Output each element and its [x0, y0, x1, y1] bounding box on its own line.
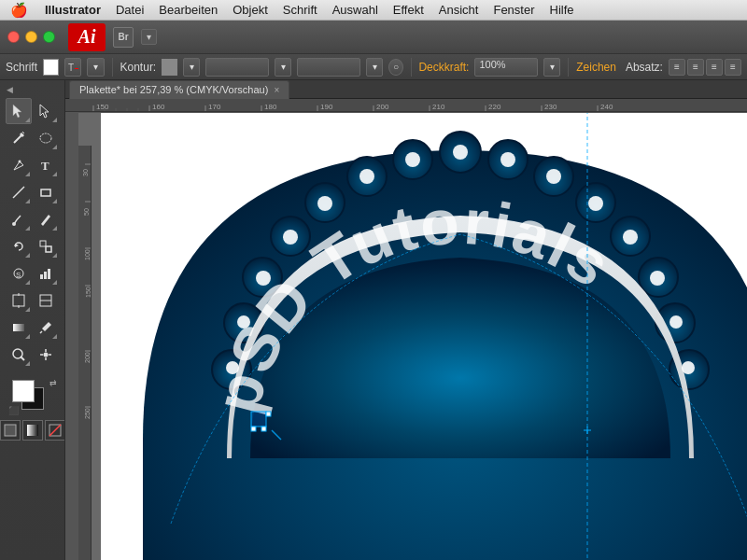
tool-row-3: T: [6, 152, 59, 178]
artboard[interactable]: 30 50 100 150 200 250: [78, 113, 747, 560]
svg-text:180: 180: [264, 103, 277, 111]
svg-rect-35: [65, 99, 747, 112]
deckkraft-dropdown[interactable]: ▾: [543, 58, 560, 77]
document-tab[interactable]: Plakette* bei 257,39 % (CMYK/Vorschau) ×: [69, 80, 289, 99]
circle-button[interactable]: ○: [388, 59, 402, 76]
canvas-viewport: pSD Tutorials: [92, 113, 747, 560]
traffic-lights: [7, 31, 55, 43]
svg-rect-109: [251, 427, 256, 431]
dropdown-arrow[interactable]: ▾: [87, 58, 104, 77]
eyedropper-tool-button[interactable]: [33, 315, 59, 341]
svg-rect-18: [40, 274, 43, 279]
maximize-button[interactable]: [43, 31, 55, 43]
lasso-tool-button[interactable]: [33, 125, 59, 151]
menu-bearbeiten[interactable]: Bearbeiten: [151, 0, 225, 21]
svg-text:210: 210: [432, 103, 445, 111]
svg-marker-2: [13, 105, 21, 118]
zoom-tool-button[interactable]: [6, 342, 32, 368]
shape-tool-button[interactable]: [33, 179, 59, 205]
menu-ansicht[interactable]: Ansicht: [431, 0, 486, 21]
gradient-mode-button[interactable]: [22, 420, 43, 441]
deckkraft-input[interactable]: 100%: [474, 58, 538, 77]
kontur-dropdown[interactable]: ▾: [275, 58, 291, 77]
default-colors-button[interactable]: ⬛: [8, 406, 19, 415]
menubar: 🍎 Illustrator Datei Bearbeiten Objekt Sc…: [0, 0, 747, 21]
menu-auswahl[interactable]: Auswahl: [325, 0, 386, 21]
svg-point-91: [317, 196, 332, 211]
menu-illustrator[interactable]: Illustrator: [37, 0, 108, 21]
menu-hilfe[interactable]: Hilfe: [543, 0, 582, 21]
rotate-tool-button[interactable]: [6, 233, 32, 259]
kontur-style-button[interactable]: ▾: [183, 58, 200, 77]
svg-text:200: 200: [84, 352, 91, 363]
text-color-swatch[interactable]: [43, 59, 59, 76]
menu-datei[interactable]: Datei: [108, 0, 151, 21]
slice-tool-button[interactable]: [33, 287, 59, 314]
graph-tool-button[interactable]: [33, 260, 59, 287]
none-color-button[interactable]: [45, 420, 65, 441]
apple-menu[interactable]: 🍎: [0, 2, 37, 19]
menu-schrift[interactable]: Schrift: [275, 0, 325, 21]
vertical-ruler: 30 50 100 150 200 250: [78, 146, 92, 560]
svg-rect-15: [46, 246, 51, 252]
type-tool-button[interactable]: T: [33, 152, 59, 178]
character-style-button[interactable]: T: [64, 58, 81, 77]
artwork-svg: pSD Tutorials: [106, 113, 747, 560]
view-toggle-button[interactable]: ▾: [141, 29, 157, 45]
separator-3: [568, 58, 569, 77]
pan-tool-button[interactable]: [33, 342, 59, 368]
svg-text:S: S: [16, 271, 21, 279]
close-button[interactable]: [7, 31, 20, 43]
document-tab-close[interactable]: ×: [274, 85, 279, 95]
app-logo: Ai: [68, 23, 106, 51]
tool-row-10: [6, 342, 59, 368]
tool-row-1: [6, 98, 59, 124]
tool-row-8: [6, 287, 59, 314]
svg-text:T: T: [41, 159, 49, 173]
align-center-button[interactable]: ≡: [687, 59, 704, 76]
tool-row-6: [6, 233, 59, 259]
svg-text:150: 150: [96, 103, 109, 111]
zeichen-label[interactable]: Zeichen: [576, 61, 616, 74]
selection-tool-button[interactable]: [6, 98, 32, 124]
menu-objekt[interactable]: Objekt: [225, 0, 275, 21]
kontur-swatch[interactable]: [162, 59, 177, 76]
scale-tool-button[interactable]: [33, 233, 59, 259]
separator-2: [411, 58, 412, 77]
line-tool-button[interactable]: [6, 179, 32, 205]
kontur-extra-dropdown[interactable]: ▾: [366, 58, 383, 77]
pen-tool-button[interactable]: [6, 152, 32, 178]
menu-effekt[interactable]: Effekt: [386, 0, 431, 21]
symbol-tool-button[interactable]: S: [6, 260, 32, 287]
svg-rect-14: [40, 241, 46, 246]
svg-point-30: [44, 353, 49, 357]
kontur-extra-input[interactable]: [297, 58, 360, 77]
align-right-button[interactable]: ≡: [706, 59, 723, 76]
canvas-area[interactable]: Plakette* bei 257,39 % (CMYK/Vorschau) ×…: [65, 80, 747, 560]
swap-colors-button[interactable]: ⇄: [49, 378, 57, 387]
align-justify-button[interactable]: ≡: [725, 59, 741, 76]
svg-text:170: 170: [208, 103, 221, 111]
svg-line-6: [22, 132, 24, 133]
svg-point-12: [12, 222, 16, 226]
direct-selection-tool-button[interactable]: [33, 98, 59, 124]
foreground-color-swatch[interactable]: [12, 380, 35, 402]
artboard-tool-button[interactable]: [6, 287, 32, 314]
magic-wand-tool-button[interactable]: [6, 125, 32, 151]
svg-rect-110: [261, 427, 266, 431]
align-left-button[interactable]: ≡: [669, 59, 685, 76]
svg-line-34: [49, 425, 61, 436]
bridge-icon[interactable]: Br: [113, 27, 134, 48]
svg-rect-26: [13, 324, 24, 331]
solid-color-button[interactable]: [0, 420, 21, 441]
minimize-button[interactable]: [25, 31, 37, 43]
gradient-tool-button[interactable]: [6, 315, 32, 341]
kontur-value-input[interactable]: [205, 58, 269, 77]
svg-point-7: [40, 133, 51, 143]
menu-fenster[interactable]: Fenster: [486, 0, 542, 21]
svg-point-101: [669, 315, 683, 329]
titlebar: Ai Br ▾: [0, 21, 747, 54]
paintbrush-tool-button[interactable]: [6, 206, 32, 232]
pencil-tool-button[interactable]: [33, 206, 59, 232]
svg-point-8: [19, 161, 21, 163]
